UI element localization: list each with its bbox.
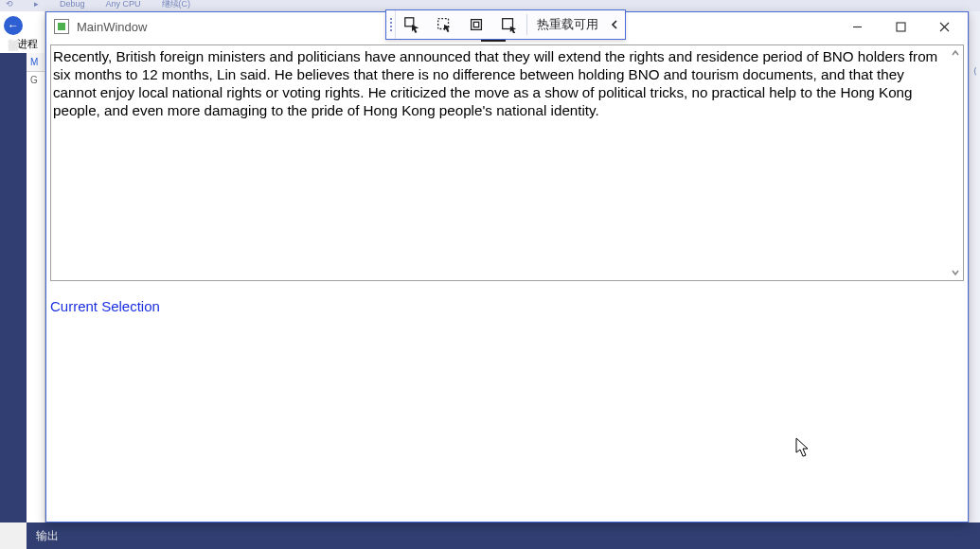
vs-sidebar-vertical-label: 解决方案资源	[0, 53, 27, 522]
svg-rect-4	[473, 22, 478, 27]
vs-top-item: ⟲	[6, 0, 13, 9]
hot-reload-label: 热重载可用	[529, 10, 608, 39]
track-focus-button[interactable]	[492, 10, 525, 39]
window-client-area: Recently, British foreign ministers and …	[46, 41, 968, 522]
back-nav-icon[interactable]: ←	[4, 16, 23, 35]
process-label: 进程	[17, 37, 38, 51]
minimize-button[interactable]	[835, 12, 879, 41]
vs-output-label: 输出	[36, 528, 59, 544]
select-element-button[interactable]	[396, 10, 428, 39]
close-button[interactable]	[922, 12, 966, 41]
toolbar-grip-icon[interactable]	[386, 10, 396, 39]
vs-left-top: ← 进程	[0, 11, 45, 53]
vs-top-item: 继续(C)	[162, 0, 191, 9]
inspect-button[interactable]	[428, 10, 460, 39]
scroll-up-icon[interactable]	[950, 47, 961, 59]
hot-reload-active-underline	[481, 40, 506, 42]
main-textbox-content[interactable]: Recently, British foreign ministers and …	[51, 45, 946, 280]
vs-top-item: Any CPU	[106, 0, 141, 9]
app-icon	[54, 19, 69, 34]
vs-left-sidebar: 解决方案资源	[0, 53, 27, 522]
vs-right-mark: ⟨	[970, 11, 980, 76]
layout-adorners-button[interactable]	[460, 10, 492, 39]
hot-reload-toolbar[interactable]: 热重载可用	[385, 9, 626, 40]
toolbar-collapse-button[interactable]	[608, 10, 625, 39]
vs-left-tab-m[interactable]: M	[27, 53, 45, 72]
scroll-down-icon[interactable]	[950, 267, 961, 278]
maximize-button[interactable]	[879, 12, 922, 41]
vs-left-tabwell: M G	[27, 53, 45, 522]
window-title: MainWindow	[77, 20, 147, 34]
vs-top-icons: ⟲ ▸ Debug Any CPU 继续(C)	[0, 0, 980, 9]
vs-top-item: Debug	[60, 0, 85, 9]
vs-top-item: ▸	[34, 0, 39, 9]
vs-right-strip: ⟨	[969, 11, 980, 522]
textbox-scrollbar[interactable]	[947, 45, 963, 280]
svg-rect-0	[897, 23, 905, 31]
svg-rect-3	[472, 20, 482, 30]
vs-left-tab-g[interactable]: G	[27, 72, 45, 88]
toolbar-separator	[526, 14, 527, 35]
main-textbox[interactable]: Recently, British foreign ministers and …	[50, 44, 964, 281]
vs-bottom-panel-header[interactable]: 输出	[27, 522, 980, 549]
current-selection-label[interactable]: Current Selection	[50, 298, 160, 314]
main-window: MainWindow Recently, British foreign min…	[45, 11, 969, 522]
